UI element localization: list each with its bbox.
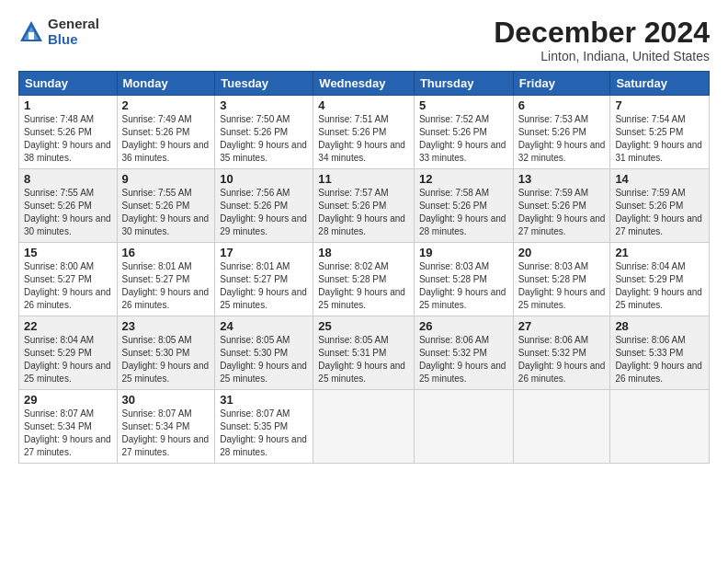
sunrise-label: Sunrise: 8:01 AM — [122, 261, 192, 271]
sunset-label: Sunset: 5:26 PM — [419, 201, 487, 211]
page: General Blue December 2024 Linton, India… — [0, 0, 728, 563]
calendar-table: SundayMondayTuesdayWednesdayThursdayFrid… — [18, 71, 710, 464]
day-number: 31 — [220, 393, 308, 407]
calendar-cell: 13 Sunrise: 7:59 AM Sunset: 5:26 PM Dayl… — [513, 169, 610, 243]
daylight-label: Daylight: 9 hours and 25 minutes. — [419, 287, 506, 310]
sunrise-label: Sunrise: 7:52 AM — [419, 114, 489, 124]
sunrise-label: Sunrise: 8:00 AM — [24, 261, 94, 271]
calendar-header-row: SundayMondayTuesdayWednesdayThursdayFrid… — [19, 72, 710, 96]
sunrise-label: Sunrise: 7:53 AM — [518, 114, 588, 124]
sunrise-label: Sunrise: 7:50 AM — [220, 114, 290, 124]
day-info: Sunrise: 8:06 AM Sunset: 5:33 PM Dayligh… — [615, 334, 704, 385]
day-number: 8 — [24, 172, 112, 186]
calendar-cell: 2 Sunrise: 7:49 AM Sunset: 5:26 PM Dayli… — [117, 96, 215, 169]
calendar-cell: 12 Sunrise: 7:58 AM Sunset: 5:26 PM Dayl… — [414, 169, 513, 243]
calendar-week-row: 8 Sunrise: 7:55 AM Sunset: 5:26 PM Dayli… — [19, 169, 710, 243]
sunrise-label: Sunrise: 8:07 AM — [122, 408, 192, 419]
sunset-label: Sunset: 5:26 PM — [518, 127, 586, 137]
day-number: 11 — [318, 172, 409, 186]
sunrise-label: Sunrise: 8:05 AM — [318, 335, 388, 345]
sunrise-label: Sunrise: 8:03 AM — [518, 261, 588, 271]
logo-general-text: General — [48, 17, 99, 32]
sunset-label: Sunset: 5:34 PM — [122, 421, 190, 431]
sunset-label: Sunset: 5:31 PM — [318, 348, 386, 358]
day-number: 19 — [419, 246, 508, 259]
calendar-cell: 18 Sunrise: 8:02 AM Sunset: 5:28 PM Dayl… — [313, 243, 415, 316]
day-info: Sunrise: 7:59 AM Sunset: 5:26 PM Dayligh… — [518, 187, 606, 238]
day-number: 1 — [24, 98, 112, 112]
daylight-label: Daylight: 9 hours and 27 minutes. — [518, 213, 606, 236]
day-info: Sunrise: 7:58 AM Sunset: 5:26 PM Dayligh… — [419, 187, 508, 238]
day-number: 28 — [615, 319, 704, 333]
calendar-cell — [610, 390, 710, 464]
day-info: Sunrise: 8:06 AM Sunset: 5:32 PM Dayligh… — [518, 334, 606, 385]
sunrise-label: Sunrise: 8:04 AM — [24, 335, 94, 345]
header-monday: Monday — [117, 72, 215, 96]
calendar-cell: 27 Sunrise: 8:06 AM Sunset: 5:32 PM Dayl… — [513, 316, 610, 390]
day-number: 9 — [122, 172, 210, 186]
sunrise-label: Sunrise: 8:07 AM — [24, 408, 94, 419]
day-number: 20 — [518, 246, 606, 259]
calendar-week-row: 1 Sunrise: 7:48 AM Sunset: 5:26 PM Dayli… — [19, 96, 710, 169]
day-number: 29 — [24, 393, 112, 407]
sunset-label: Sunset: 5:26 PM — [318, 127, 386, 137]
day-info: Sunrise: 8:07 AM Sunset: 5:34 PM Dayligh… — [24, 408, 112, 459]
logo-text: General Blue — [48, 17, 99, 47]
day-info: Sunrise: 7:56 AM Sunset: 5:26 PM Dayligh… — [220, 187, 308, 238]
day-info: Sunrise: 7:53 AM Sunset: 5:26 PM Dayligh… — [518, 113, 606, 165]
header-friday: Friday — [513, 72, 610, 96]
daylight-label: Daylight: 9 hours and 25 minutes. — [615, 287, 702, 310]
calendar-cell: 17 Sunrise: 8:01 AM Sunset: 5:27 PM Dayl… — [215, 243, 313, 316]
calendar-cell: 20 Sunrise: 8:03 AM Sunset: 5:28 PM Dayl… — [513, 243, 610, 316]
daylight-label: Daylight: 9 hours and 25 minutes. — [220, 361, 307, 384]
calendar-cell: 19 Sunrise: 8:03 AM Sunset: 5:28 PM Dayl… — [414, 243, 513, 316]
calendar-cell: 10 Sunrise: 7:56 AM Sunset: 5:26 PM Dayl… — [215, 169, 313, 243]
calendar-cell: 7 Sunrise: 7:54 AM Sunset: 5:25 PM Dayli… — [610, 96, 710, 169]
day-number: 16 — [122, 246, 210, 259]
month-title: December 2024 — [494, 17, 710, 49]
daylight-label: Daylight: 9 hours and 38 minutes. — [24, 140, 111, 163]
day-info: Sunrise: 8:03 AM Sunset: 5:28 PM Dayligh… — [419, 260, 508, 312]
calendar-week-row: 22 Sunrise: 8:04 AM Sunset: 5:29 PM Dayl… — [19, 316, 710, 390]
logo: General Blue — [18, 17, 99, 47]
daylight-label: Daylight: 9 hours and 28 minutes. — [419, 213, 506, 236]
daylight-label: Daylight: 9 hours and 36 minutes. — [122, 140, 210, 163]
sunrise-label: Sunrise: 7:57 AM — [318, 188, 388, 198]
daylight-label: Daylight: 9 hours and 35 minutes. — [220, 140, 307, 163]
sunrise-label: Sunrise: 7:56 AM — [220, 188, 290, 198]
day-info: Sunrise: 8:02 AM Sunset: 5:28 PM Dayligh… — [318, 260, 409, 312]
calendar-cell: 11 Sunrise: 7:57 AM Sunset: 5:26 PM Dayl… — [313, 169, 415, 243]
daylight-label: Daylight: 9 hours and 30 minutes. — [122, 213, 210, 236]
day-info: Sunrise: 8:00 AM Sunset: 5:27 PM Dayligh… — [24, 260, 112, 312]
day-info: Sunrise: 8:06 AM Sunset: 5:32 PM Dayligh… — [419, 334, 508, 385]
header-saturday: Saturday — [610, 72, 710, 96]
daylight-label: Daylight: 9 hours and 26 minutes. — [24, 287, 111, 310]
day-number: 24 — [220, 319, 308, 333]
sunrise-label: Sunrise: 7:48 AM — [24, 114, 94, 124]
sunrise-label: Sunrise: 8:05 AM — [122, 335, 192, 345]
location: Linton, Indiana, United States — [494, 49, 710, 63]
day-number: 3 — [220, 98, 308, 112]
day-number: 4 — [318, 98, 409, 112]
daylight-label: Daylight: 9 hours and 30 minutes. — [24, 213, 111, 236]
sunset-label: Sunset: 5:26 PM — [318, 201, 386, 211]
logo-icon — [18, 19, 44, 45]
day-info: Sunrise: 8:07 AM Sunset: 5:34 PM Dayligh… — [122, 408, 210, 459]
sunset-label: Sunset: 5:27 PM — [220, 274, 288, 284]
daylight-label: Daylight: 9 hours and 28 minutes. — [318, 213, 405, 236]
sunrise-label: Sunrise: 8:06 AM — [518, 335, 588, 345]
day-info: Sunrise: 8:04 AM Sunset: 5:29 PM Dayligh… — [24, 334, 112, 385]
sunset-label: Sunset: 5:30 PM — [122, 348, 190, 358]
day-number: 26 — [419, 319, 508, 333]
day-info: Sunrise: 8:03 AM Sunset: 5:28 PM Dayligh… — [518, 260, 606, 312]
day-number: 14 — [615, 172, 704, 186]
day-number: 17 — [220, 246, 308, 259]
day-info: Sunrise: 7:50 AM Sunset: 5:26 PM Dayligh… — [220, 113, 308, 165]
day-info: Sunrise: 8:05 AM Sunset: 5:31 PM Dayligh… — [318, 334, 409, 385]
sunset-label: Sunset: 5:27 PM — [122, 274, 190, 284]
calendar-cell: 29 Sunrise: 8:07 AM Sunset: 5:34 PM Dayl… — [19, 390, 118, 464]
day-info: Sunrise: 8:05 AM Sunset: 5:30 PM Dayligh… — [220, 334, 308, 385]
day-number: 18 — [318, 246, 409, 259]
sunset-label: Sunset: 5:26 PM — [24, 201, 92, 211]
daylight-label: Daylight: 9 hours and 26 minutes. — [122, 287, 210, 310]
